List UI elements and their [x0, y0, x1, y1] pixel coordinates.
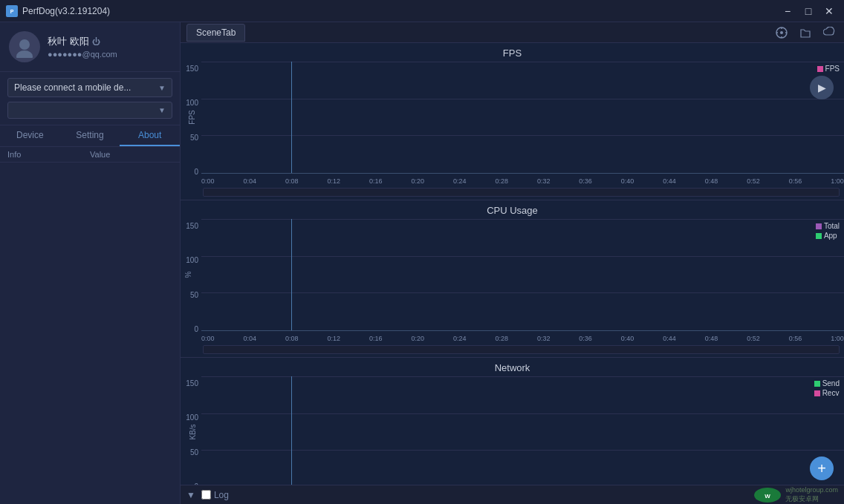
- svg-point-5: [780, 31, 783, 34]
- close-button[interactable]: ✕: [820, 4, 838, 19]
- window-controls: − □ ✕: [779, 4, 838, 19]
- cloud-icon-btn[interactable]: [820, 24, 838, 42]
- content-tab-bar: SceneTab: [181, 22, 844, 43]
- profile-email: ●●●●●●●@qq.com: [48, 50, 117, 59]
- main-content: SceneTab: [181, 22, 844, 504]
- watermark-logo: W: [754, 488, 781, 503]
- power-icon: ⏻: [92, 37, 100, 46]
- table-header: Info Value: [0, 147, 180, 163]
- svg-text:W: W: [765, 493, 771, 500]
- device-dropdown-label: Please connect a mobile de...: [14, 82, 131, 93]
- profile-username: 秋叶 欧阳: [48, 35, 89, 48]
- maximize-button[interactable]: □: [799, 4, 817, 19]
- minimize-button[interactable]: −: [779, 4, 796, 19]
- tab-setting[interactable]: Setting: [60, 125, 120, 146]
- top-right-icons: [773, 24, 838, 42]
- network-chart: Network 150 100 50 0: [181, 358, 844, 485]
- network-chart-inner: 150 100 50 0: [181, 376, 844, 485]
- log-label: Log: [214, 490, 229, 500]
- dropdown-section: Please connect a mobile de... ▼ ▼: [0, 72, 180, 125]
- svg-point-3: [16, 50, 33, 58]
- log-checkbox-input[interactable]: [201, 490, 211, 500]
- col-value: Value: [90, 150, 172, 159]
- fps-chart: FPS 150 100 50 0: [181, 43, 844, 200]
- play-button[interactable]: ▶: [810, 76, 834, 99]
- scene-tab[interactable]: SceneTab: [186, 24, 245, 42]
- tabs-section: Device Setting About: [0, 125, 180, 147]
- svg-text:P: P: [10, 9, 14, 14]
- window-title: PerfDog(v3.2.191204): [22, 6, 779, 16]
- folder-icon-btn[interactable]: [796, 24, 814, 42]
- dropdown-arrow-device: ▼: [158, 84, 166, 92]
- device-dropdown[interactable]: Please connect a mobile de... ▼: [7, 78, 172, 97]
- main-layout: 秋叶 欧阳 ⏻ ●●●●●●●@qq.com Please connect a …: [0, 22, 844, 504]
- bottom-bar: ▼ Log W wjhotelgroup.com 无极安卓网: [181, 485, 844, 504]
- profile-section: 秋叶 欧阳 ⏻ ●●●●●●●@qq.com: [0, 22, 180, 72]
- fps-chart-inner: 150 100 50 0: [181, 62, 844, 188]
- sidebar: 秋叶 欧阳 ⏻ ●●●●●●●@qq.com Please connect a …: [0, 22, 181, 504]
- profile-name: 秋叶 欧阳 ⏻: [48, 35, 117, 48]
- fps-chart-title: FPS: [181, 48, 844, 59]
- location-icon-btn[interactable]: [773, 24, 791, 42]
- watermark-text: wjhotelgroup.com 无极安卓网: [785, 486, 838, 503]
- cpu-chart-inner: 150 100 50 0: [181, 219, 844, 345]
- watermark: W wjhotelgroup.com 无极安卓网: [754, 486, 838, 503]
- collapse-arrow[interactable]: ▼: [186, 490, 195, 500]
- log-checkbox-label[interactable]: Log: [201, 490, 229, 500]
- charts-area: FPS 150 100 50 0: [181, 43, 844, 485]
- fps-y-label: 150 100 50 0: [181, 62, 201, 188]
- avatar: [9, 31, 40, 62]
- cpu-chart: CPU Usage 150 100 50 0: [181, 200, 844, 358]
- col-info: Info: [7, 150, 90, 159]
- cpu-chart-title: CPU Usage: [181, 205, 844, 216]
- cpu-y-label: 150 100 50 0: [181, 219, 201, 345]
- plus-button[interactable]: +: [810, 456, 834, 480]
- svg-point-2: [19, 39, 30, 50]
- app-icon: P: [6, 5, 18, 17]
- profile-info: 秋叶 欧阳 ⏻ ●●●●●●●@qq.com: [48, 35, 117, 59]
- app-dropdown[interactable]: ▼: [7, 102, 172, 119]
- dropdown-arrow-app: ▼: [158, 106, 166, 114]
- title-bar: P PerfDog(v3.2.191204) − □ ✕: [0, 0, 844, 22]
- tab-about[interactable]: About: [120, 125, 180, 146]
- tab-device[interactable]: Device: [0, 125, 60, 146]
- network-chart-title: Network: [181, 362, 844, 373]
